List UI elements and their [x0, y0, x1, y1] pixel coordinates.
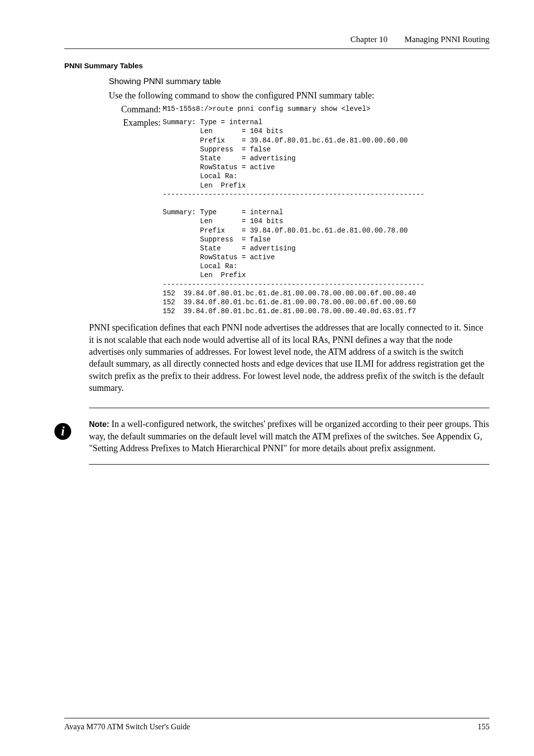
- footer-page-number: 155: [478, 722, 490, 731]
- note-text: In a well-configured network, the switch…: [89, 419, 489, 453]
- page-header: Chapter 10 Managing PNNI Routing: [64, 35, 490, 45]
- examples-row: Examples: Summary: Type = internal Len =…: [109, 118, 490, 316]
- info-icon: i: [54, 423, 71, 440]
- examples-label: Examples:: [109, 118, 161, 128]
- command-row: Command: M15-155s8:/>route pnni config s…: [109, 104, 490, 115]
- command-text: M15-155s8:/>route pnni config summary sh…: [163, 104, 370, 113]
- examples-output: Summary: Type = internal Len = 104 bits …: [163, 118, 424, 316]
- command-label: Command:: [109, 104, 161, 115]
- note-block: i Note: In a well-configured network, th…: [89, 408, 490, 465]
- note-label: Note:: [89, 420, 109, 428]
- footer-guide: Avaya M770 ATM Switch User's Guide: [64, 722, 190, 731]
- header-rule: [64, 48, 490, 49]
- section-title: PNNI Summary Tables: [64, 61, 490, 70]
- footer-rule: [64, 718, 490, 718]
- intro-text: Use the following command to show the co…: [109, 90, 490, 101]
- chapter-title: Managing PNNI Routing: [404, 35, 490, 44]
- note-body: Note: In a well-configured network, the …: [89, 418, 490, 454]
- chapter-number: Chapter 10: [351, 35, 388, 44]
- spec-paragraph: PNNI specification defines that each PNN…: [89, 322, 485, 394]
- page-footer: Avaya M770 ATM Switch User's Guide 155: [64, 718, 490, 731]
- subheading: Showing PNNI summary table: [109, 77, 490, 87]
